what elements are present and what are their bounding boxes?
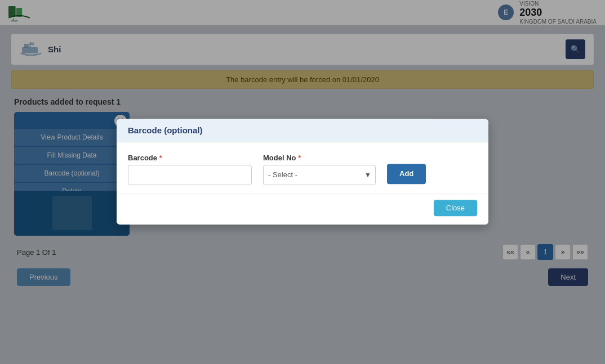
close-modal-button[interactable]: Close xyxy=(434,200,477,216)
modal-form-row: Barcode * Model No * - Select - Option 1… xyxy=(128,154,477,185)
model-no-select-wrapper: - Select - Option 1 Option 2 ▼ xyxy=(263,165,376,185)
barcode-input[interactable] xyxy=(128,165,252,185)
model-no-label: Model No * xyxy=(263,154,376,162)
model-no-field-group: Model No * - Select - Option 1 Option 2 … xyxy=(263,154,376,185)
barcode-required-mark: * xyxy=(159,154,162,162)
modal-header: Barcode (optional) xyxy=(117,119,488,142)
model-no-select[interactable]: - Select - Option 1 Option 2 xyxy=(263,165,376,185)
modal-footer: Close xyxy=(117,194,488,224)
add-button[interactable]: Add xyxy=(387,164,426,184)
modal-body: Barcode * Model No * - Select - Option 1… xyxy=(117,142,488,191)
barcode-label: Barcode * xyxy=(128,154,252,162)
barcode-field-group: Barcode * xyxy=(128,154,252,185)
model-no-required-mark: * xyxy=(298,154,301,162)
modal-title: Barcode (optional) xyxy=(128,125,203,135)
barcode-modal: Barcode (optional) Barcode * Model No * xyxy=(117,119,488,224)
